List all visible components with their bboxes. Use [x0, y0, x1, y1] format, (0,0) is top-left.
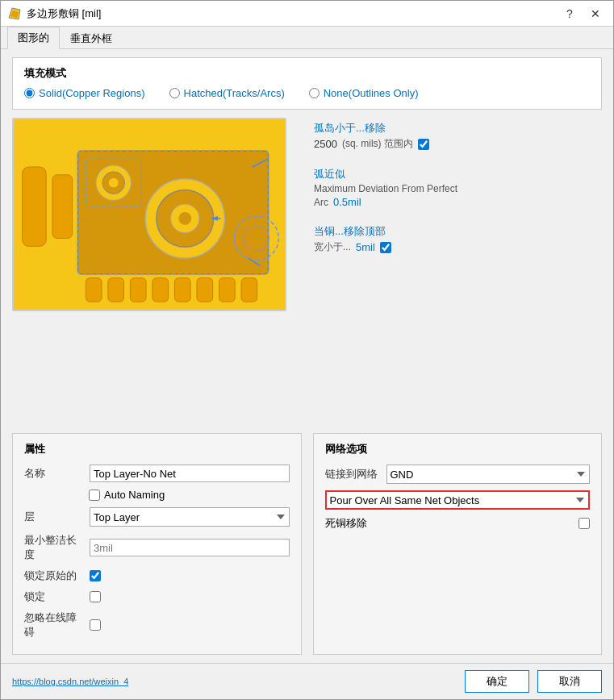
tab-graphic[interactable]: 图形的 — [7, 27, 60, 49]
min-length-row: 最小整洁长度 — [24, 533, 290, 562]
svg-rect-4 — [52, 175, 73, 239]
pour-over-row: Pour Over All Same Net Objects Pour Over… — [325, 490, 591, 516]
arc-sub2: Arc — [314, 197, 328, 208]
fill-mode-section: 填充模式 Solid(Copper Regions) Hatched(Track… — [12, 57, 602, 110]
radio-none-label: None(Outlines Only) — [324, 87, 419, 99]
footer-link[interactable]: https://blog.csdn.net/weixin_4 — [12, 677, 128, 686]
auto-naming-checkbox[interactable] — [89, 490, 100, 501]
cancel-button[interactable]: 取消 — [537, 670, 602, 693]
properties-panel: 属性 名称 Auto Naming 层 Top Layer Bottom L — [12, 433, 302, 655]
island-label: 孤岛小于...移除 — [314, 121, 602, 135]
fill-mode-title: 填充模式 — [24, 66, 590, 81]
connect-net-label: 链接到网络 — [325, 467, 382, 481]
ignore-obstacle-row: 忽略在线障碍 — [24, 610, 290, 640]
ignore-obstacle-label: 忽略在线障碍 — [24, 610, 85, 640]
radio-solid-input[interactable] — [24, 88, 35, 98]
copper-label: 当铜...移除顶部 — [314, 224, 602, 239]
main-area: 孤岛小于...移除 2500 (sq. mils) 范围内 弧近似 Maximu… — [12, 118, 602, 422]
svg-rect-20 — [108, 278, 124, 302]
pcb-image — [12, 118, 286, 311]
radio-solid[interactable]: Solid(Copper Regions) — [24, 87, 145, 99]
island-value-row: 2500 (sq. mils) 范围内 — [314, 137, 602, 151]
connect-net-row: 链接到网络 GND VCC No Net — [325, 465, 591, 484]
main-window: 多边形敷铜 [mil] ? ✕ 图形的 垂直外框 填充模式 Solid(Copp… — [0, 0, 614, 700]
properties-title: 属性 — [24, 442, 290, 456]
arc-value: 0.5mil — [333, 196, 361, 208]
arc-annotation: 弧近似 Maximum Deviation From Perfect Arc 0… — [314, 167, 602, 208]
min-length-input[interactable] — [90, 539, 290, 556]
footer: https://blog.csdn.net/weixin_4 确定 取消 — [1, 663, 613, 699]
svg-rect-24 — [197, 278, 213, 302]
arc-label: 弧近似 — [314, 167, 602, 181]
title-bar-left: 多边形敷铜 [mil] — [7, 6, 101, 21]
svg-rect-23 — [174, 278, 190, 302]
tabs-bar: 图形的 垂直外框 — [1, 27, 613, 49]
title-bar-controls: ? ✕ — [558, 5, 607, 23]
lock-original-checkbox[interactable] — [90, 570, 101, 581]
graphic-area — [12, 118, 303, 422]
network-title: 网络选项 — [325, 442, 591, 456]
layer-select[interactable]: Top Layer Bottom Layer Mid Layer 1 — [90, 507, 290, 527]
window-icon — [7, 6, 22, 21]
lock-label: 锁定 — [24, 590, 85, 604]
svg-rect-21 — [130, 278, 146, 302]
name-input[interactable] — [90, 465, 290, 482]
arc-value-row: Arc 0.5mil — [314, 196, 602, 208]
name-label: 名称 — [24, 466, 85, 481]
radio-solid-label: Solid(Copper Regions) — [39, 87, 145, 99]
copper-sub: 宽小于... — [314, 240, 351, 254]
island-annotation: 孤岛小于...移除 2500 (sq. mils) 范围内 — [314, 121, 602, 151]
arc-sub1: Maximum Deviation From Perfect — [314, 183, 602, 194]
svg-point-14 — [178, 212, 191, 225]
island-value: 2500 — [314, 138, 337, 150]
close-button[interactable]: ✕ — [584, 5, 607, 23]
auto-naming-row: Auto Naming — [89, 489, 290, 501]
radio-hatched-label: Hatched(Tracks/Arcs) — [184, 87, 285, 99]
lock-checkbox[interactable] — [90, 591, 101, 602]
pour-over-select[interactable]: Pour Over All Same Net Objects Pour Over… — [325, 490, 591, 510]
confirm-button[interactable]: 确定 — [465, 670, 529, 693]
svg-rect-26 — [241, 278, 257, 302]
island-unit: (sq. mils) 范围内 — [342, 137, 413, 151]
ignore-obstacle-checkbox[interactable] — [90, 619, 101, 631]
copper-checkbox[interactable] — [380, 242, 391, 253]
layer-label: 层 — [24, 510, 85, 524]
connect-net-select[interactable]: GND VCC No Net — [386, 465, 591, 484]
copper-value: 5mil — [356, 241, 375, 253]
svg-rect-22 — [152, 278, 169, 302]
network-panel: 网络选项 链接到网络 GND VCC No Net Pour Over All … — [313, 433, 603, 655]
content-area: 填充模式 Solid(Copper Regions) Hatched(Track… — [1, 49, 613, 663]
copper-annotation: 当铜...移除顶部 宽小于... 5mil — [314, 224, 602, 254]
dead-copper-checkbox[interactable] — [578, 518, 590, 529]
window-title: 多边形敷铜 [mil] — [27, 6, 101, 21]
tab-bbox[interactable]: 垂直外框 — [60, 27, 123, 49]
radio-hatched[interactable]: Hatched(Tracks/Arcs) — [169, 87, 285, 99]
bottom-area: 属性 名称 Auto Naming 层 Top Layer Bottom L — [12, 433, 602, 655]
copper-value-row: 宽小于... 5mil — [314, 240, 602, 254]
svg-point-10 — [109, 178, 119, 188]
radio-hatched-input[interactable] — [169, 88, 180, 98]
svg-rect-19 — [86, 278, 102, 302]
svg-rect-3 — [23, 167, 47, 246]
dead-copper-label: 死铜移除 — [325, 516, 367, 531]
radio-none[interactable]: None(Outlines Only) — [309, 87, 419, 99]
lock-row: 锁定 — [24, 590, 290, 604]
radio-none-input[interactable] — [309, 88, 320, 98]
min-length-label: 最小整洁长度 — [24, 533, 85, 562]
fill-mode-radio-group: Solid(Copper Regions) Hatched(Tracks/Arc… — [24, 87, 590, 99]
svg-rect-25 — [219, 278, 236, 302]
lock-original-row: 锁定原始的 — [24, 569, 290, 583]
lock-original-label: 锁定原始的 — [24, 569, 85, 583]
title-bar: 多边形敷铜 [mil] ? ✕ — [1, 1, 613, 27]
right-panel: 孤岛小于...移除 2500 (sq. mils) 范围内 弧近似 Maximu… — [314, 118, 602, 422]
pcb-svg — [14, 119, 285, 310]
auto-naming-label: Auto Naming — [104, 489, 165, 501]
dead-copper-row: 死铜移除 — [325, 516, 591, 531]
island-checkbox[interactable] — [418, 139, 429, 150]
name-row: 名称 — [24, 465, 290, 482]
layer-row: 层 Top Layer Bottom Layer Mid Layer 1 — [24, 507, 290, 527]
help-button[interactable]: ? — [558, 5, 581, 23]
